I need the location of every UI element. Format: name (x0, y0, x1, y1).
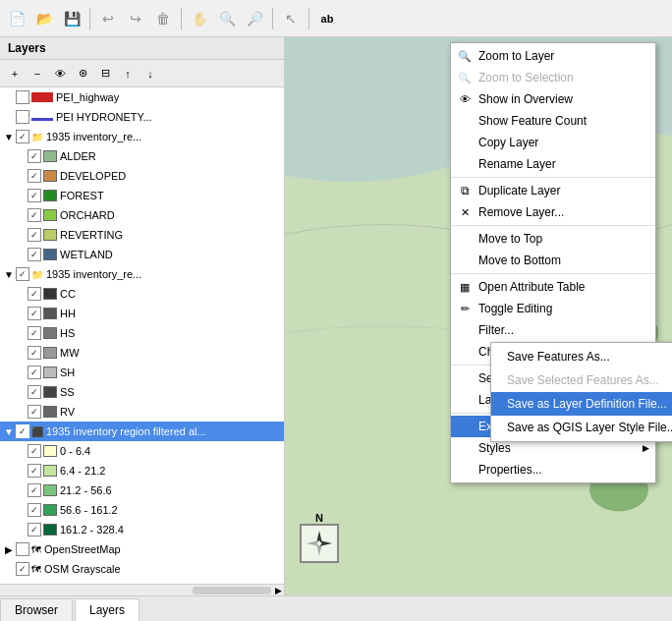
ctx-copy-layer[interactable]: Copy Layer (451, 132, 655, 153)
layer-tree[interactable]: PEI_highway PEI HYDRONETY... ▼ 📁 1935 in… (0, 87, 284, 584)
list-item[interactable]: ALDER (0, 146, 284, 166)
list-item[interactable]: 21.2 - 56.6 (0, 480, 284, 500)
layer-checkbox[interactable] (28, 346, 41, 360)
list-item[interactable]: FOREST (0, 186, 284, 205)
list-item[interactable]: SH (0, 363, 284, 382)
map-area[interactable]: N 🔍 Zoom to Layer (285, 37, 672, 595)
layer-checkbox[interactable] (28, 326, 41, 340)
layer-checkbox[interactable] (28, 228, 41, 242)
list-item[interactable]: CC (0, 284, 284, 304)
list-item[interactable]: WETLAND (0, 245, 284, 264)
layer-checkbox[interactable] (28, 169, 41, 183)
ctx-zoom-to-layer[interactable]: 🔍 Zoom to Layer (451, 45, 655, 67)
ctx-remove-layer[interactable]: ✕ Remove Layer... (451, 201, 655, 223)
ctx-move-bottom[interactable]: Move to Bottom (451, 250, 655, 271)
list-item[interactable]: ORCHARD (0, 205, 284, 225)
add-layer-icon[interactable]: + (4, 63, 26, 85)
sub-save-layer-definition-file[interactable]: Save as Layer Definition File... (491, 392, 672, 416)
list-item[interactable]: ▼ 📁 1935 inventory_re... (0, 127, 284, 146)
layer-checkbox[interactable] (28, 248, 41, 261)
move-up-icon[interactable]: ↑ (117, 63, 139, 85)
remove-layer-icon[interactable]: − (27, 63, 48, 85)
horizontal-scrollbar[interactable]: ▶ (0, 584, 284, 595)
ctx-rename-layer[interactable]: Rename Layer (451, 153, 655, 175)
layer-checkbox[interactable] (28, 208, 41, 222)
save-project-icon[interactable]: 💾 (59, 6, 84, 31)
ctx-show-overview[interactable]: 👁 Show in Overview (451, 88, 655, 110)
list-item[interactable]: ▼ ⬛ 1935 inventory region filtered al... (0, 422, 284, 441)
list-item[interactable]: 🗺 OSM Grayscale (0, 559, 284, 579)
list-item[interactable]: REVERTING (0, 225, 284, 245)
layer-label: REVERTING (60, 229, 123, 241)
layer-checkbox[interactable] (16, 90, 29, 104)
list-item[interactable]: HH (0, 304, 284, 323)
ctx-separator-1 (451, 177, 655, 178)
layer-checkbox[interactable] (16, 267, 29, 281)
layer-checkbox[interactable] (16, 424, 29, 438)
sub-save-features-as[interactable]: Save Features As... (491, 345, 672, 368)
ctx-duplicate-layer[interactable]: ⧉ Duplicate Layer (451, 180, 655, 201)
new-project-icon[interactable]: 📄 (4, 6, 29, 31)
layer-checkbox[interactable] (28, 444, 41, 458)
zoom-out-icon[interactable]: 🔎 (242, 6, 267, 31)
collapse-all-icon[interactable]: ⊟ (94, 63, 116, 85)
layer-checkbox[interactable] (28, 483, 41, 497)
delete-icon[interactable]: 🗑 (150, 6, 176, 31)
undo-icon[interactable]: ↩ (95, 6, 121, 31)
layer-checkbox[interactable] (28, 523, 41, 536)
ctx-properties[interactable]: Properties... (451, 459, 655, 480)
compass-box (300, 524, 339, 563)
ctx-show-feature-count[interactable]: Show Feature Count (451, 110, 655, 132)
select-icon[interactable]: ↖ (278, 6, 304, 31)
list-item[interactable]: MW (0, 343, 284, 363)
sub-save-selected-features-as[interactable]: Save Selected Features As... (491, 368, 672, 392)
list-item[interactable]: PEI_highway (0, 87, 284, 107)
list-item[interactable]: 6.4 - 21.2 (0, 461, 284, 480)
ctx-open-attribute-table[interactable]: ▦ Open Attribute Table (451, 276, 655, 298)
list-item[interactable]: ▼ 📁 1935 inventory_re... (0, 264, 284, 284)
tab-layers[interactable]: Layers (75, 598, 140, 621)
layer-checkbox[interactable] (16, 130, 29, 143)
layer-checkbox[interactable] (28, 385, 41, 399)
list-item[interactable]: SS (0, 382, 284, 402)
ctx-zoom-to-selection[interactable]: 🔍 Zoom to Selection (451, 67, 655, 88)
open-project-icon[interactable]: 📂 (31, 6, 57, 31)
layer-checkbox[interactable] (28, 366, 41, 379)
tab-browser[interactable]: Browser (0, 598, 73, 621)
layer-checkbox[interactable] (28, 503, 41, 517)
layer-checkbox[interactable] (16, 562, 29, 576)
layer-checkbox[interactable] (28, 189, 41, 202)
layer-checkbox[interactable] (28, 405, 41, 419)
list-item[interactable]: 56.6 - 161.2 (0, 500, 284, 520)
layer-checkbox[interactable] (28, 464, 41, 478)
move-down-icon[interactable]: ↓ (140, 63, 161, 85)
layer-label: 1935 inventory_re... (46, 268, 141, 280)
ctx-toggle-editing[interactable]: ✏ Toggle Editing (451, 298, 655, 319)
layer-swatch (43, 406, 57, 418)
layer-label: 56.6 - 161.2 (60, 504, 118, 516)
layer-checkbox[interactable] (16, 542, 29, 556)
layer-swatch (43, 347, 57, 359)
sub-save-qgis-layer-style-file[interactable]: Save as QGIS Layer Style File... (491, 416, 672, 439)
ctx-move-top[interactable]: Move to Top (451, 228, 655, 250)
layer-checkbox[interactable] (16, 110, 29, 124)
eye-icon[interactable]: 👁 (49, 63, 71, 85)
redo-icon[interactable]: ↪ (123, 6, 148, 31)
text-icon[interactable]: ab (314, 6, 340, 31)
ctx-filter[interactable]: Filter... (451, 319, 655, 341)
list-item[interactable]: 161.2 - 328.4 (0, 520, 284, 539)
scrollbar-thumb[interactable] (193, 587, 271, 594)
zoom-in-icon[interactable]: 🔍 (214, 6, 240, 31)
layer-checkbox[interactable] (28, 307, 41, 320)
list-item[interactable]: HS (0, 323, 284, 343)
list-item[interactable]: DEVELOPED (0, 166, 284, 186)
list-item[interactable]: PEI HYDRONETY... (0, 107, 284, 127)
filter-icon[interactable]: ⊛ (72, 63, 93, 85)
list-item[interactable]: RV (0, 402, 284, 422)
layer-checkbox[interactable] (28, 287, 41, 301)
pan-icon[interactable]: ✋ (187, 6, 212, 31)
list-item[interactable]: 0 - 6.4 (0, 441, 284, 461)
list-item[interactable]: ▶ 🗺 OpenStreetMap (0, 539, 284, 559)
layer-checkbox[interactable] (28, 149, 41, 163)
scroll-right-icon[interactable]: ▶ (275, 586, 282, 595)
